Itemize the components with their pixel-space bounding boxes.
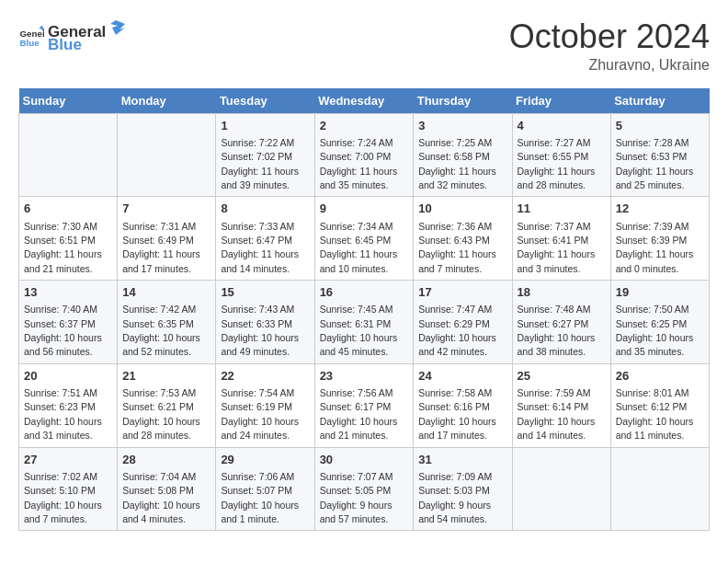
sunrise-text: Sunrise: 7:40 AM bbox=[24, 304, 97, 315]
calendar-cell bbox=[19, 113, 118, 197]
day-number: 4 bbox=[518, 118, 606, 134]
weekday-header-wednesday: Wednesday bbox=[314, 88, 414, 114]
sunrise-text: Sunrise: 7:25 AM bbox=[418, 137, 492, 148]
day-number: 31 bbox=[418, 452, 506, 468]
daylight-text: Daylight: 11 hours and 32 minutes. bbox=[418, 166, 496, 190]
day-number: 8 bbox=[221, 201, 309, 217]
daylight-text: Daylight: 11 hours and 39 minutes. bbox=[221, 166, 299, 190]
day-number: 19 bbox=[616, 284, 704, 301]
day-number: 3 bbox=[418, 118, 506, 134]
sunrise-text: Sunrise: 7:07 AM bbox=[320, 471, 393, 482]
day-number: 5 bbox=[616, 118, 704, 134]
sunrise-text: Sunrise: 7:54 AM bbox=[221, 387, 294, 398]
calendar-cell: 10Sunrise: 7:36 AMSunset: 6:43 PMDayligh… bbox=[414, 197, 512, 281]
calendar-cell: 1Sunrise: 7:22 AMSunset: 7:02 PMDaylight… bbox=[216, 113, 314, 197]
sunset-text: Sunset: 6:16 PM bbox=[418, 401, 490, 412]
calendar-cell: 20Sunrise: 7:51 AMSunset: 6:23 PMDayligh… bbox=[19, 363, 118, 447]
title-block: October 2024 Zhuravno, Ukraine bbox=[509, 18, 710, 74]
daylight-text: Daylight: 10 hours and 56 minutes. bbox=[24, 332, 102, 357]
calendar-week-row: 6Sunrise: 7:30 AMSunset: 6:51 PMDaylight… bbox=[19, 197, 710, 281]
logo-icon: General Blue bbox=[18, 24, 44, 50]
daylight-text: Daylight: 10 hours and 17 minutes. bbox=[418, 416, 496, 441]
daylight-text: Daylight: 11 hours and 10 minutes. bbox=[320, 248, 398, 273]
day-number: 1 bbox=[221, 118, 309, 134]
calendar-cell: 18Sunrise: 7:48 AMSunset: 6:27 PMDayligh… bbox=[512, 281, 610, 364]
sunset-text: Sunset: 5:07 PM bbox=[221, 485, 292, 496]
sunset-text: Sunset: 6:43 PM bbox=[418, 235, 490, 246]
weekday-header-sunday: Sunday bbox=[19, 88, 118, 114]
daylight-text: Daylight: 11 hours and 28 minutes. bbox=[518, 166, 596, 190]
day-number: 11 bbox=[518, 201, 606, 217]
calendar-cell: 30Sunrise: 7:07 AMSunset: 5:05 PMDayligh… bbox=[314, 447, 414, 531]
calendar-cell: 5Sunrise: 7:28 AMSunset: 6:53 PMDaylight… bbox=[610, 113, 709, 197]
svg-marker-4 bbox=[110, 20, 125, 35]
daylight-text: Daylight: 11 hours and 35 minutes. bbox=[320, 166, 398, 190]
sunset-text: Sunset: 6:53 PM bbox=[616, 151, 688, 162]
calendar-cell: 21Sunrise: 7:53 AMSunset: 6:21 PMDayligh… bbox=[118, 363, 216, 447]
calendar-cell: 11Sunrise: 7:37 AMSunset: 6:41 PMDayligh… bbox=[512, 197, 610, 281]
sunset-text: Sunset: 6:29 PM bbox=[418, 318, 490, 329]
sunset-text: Sunset: 6:12 PM bbox=[616, 401, 688, 412]
sunrise-text: Sunrise: 7:39 AM bbox=[616, 221, 689, 232]
calendar-cell: 22Sunrise: 7:54 AMSunset: 6:19 PMDayligh… bbox=[216, 363, 314, 447]
daylight-text: Daylight: 10 hours and 45 minutes. bbox=[320, 332, 398, 357]
daylight-text: Daylight: 10 hours and 21 minutes. bbox=[320, 416, 398, 441]
calendar-cell: 14Sunrise: 7:42 AMSunset: 6:35 PMDayligh… bbox=[118, 281, 216, 364]
sunset-text: Sunset: 6:39 PM bbox=[616, 235, 688, 246]
weekday-header-row: SundayMondayTuesdayWednesdayThursdayFrid… bbox=[19, 88, 710, 114]
daylight-text: Daylight: 10 hours and 28 minutes. bbox=[122, 416, 200, 441]
daylight-text: Daylight: 11 hours and 7 minutes. bbox=[418, 248, 496, 273]
calendar-cell: 25Sunrise: 7:59 AMSunset: 6:14 PMDayligh… bbox=[512, 363, 610, 447]
sunset-text: Sunset: 6:51 PM bbox=[24, 235, 96, 246]
svg-text:Blue: Blue bbox=[19, 37, 40, 47]
svg-marker-2 bbox=[39, 25, 44, 29]
sunrise-text: Sunrise: 7:53 AM bbox=[122, 387, 196, 398]
weekday-header-thursday: Thursday bbox=[414, 88, 512, 114]
sunrise-text: Sunrise: 7:59 AM bbox=[518, 387, 591, 398]
daylight-text: Daylight: 11 hours and 14 minutes. bbox=[221, 248, 299, 273]
sunrise-text: Sunrise: 7:51 AM bbox=[24, 387, 97, 398]
weekday-header-monday: Monday bbox=[118, 88, 216, 114]
calendar-cell: 9Sunrise: 7:34 AMSunset: 6:45 PMDaylight… bbox=[314, 197, 414, 281]
day-number: 21 bbox=[122, 368, 210, 385]
calendar-cell: 31Sunrise: 7:09 AMSunset: 5:03 PMDayligh… bbox=[414, 447, 512, 531]
sunset-text: Sunset: 7:02 PM bbox=[221, 151, 292, 162]
sunset-text: Sunset: 7:00 PM bbox=[320, 151, 392, 162]
day-number: 16 bbox=[320, 284, 409, 301]
sunset-text: Sunset: 6:19 PM bbox=[221, 401, 292, 412]
sunrise-text: Sunrise: 7:34 AM bbox=[320, 221, 393, 232]
day-number: 17 bbox=[418, 284, 506, 301]
sunrise-text: Sunrise: 7:50 AM bbox=[616, 304, 689, 315]
sunrise-text: Sunrise: 7:31 AM bbox=[122, 221, 196, 232]
daylight-text: Daylight: 10 hours and 4 minutes. bbox=[122, 500, 200, 524]
calendar-cell: 6Sunrise: 7:30 AMSunset: 6:51 PMDaylight… bbox=[19, 197, 118, 281]
calendar-cell: 12Sunrise: 7:39 AMSunset: 6:39 PMDayligh… bbox=[610, 197, 709, 281]
day-number: 18 bbox=[518, 284, 606, 301]
daylight-text: Daylight: 11 hours and 21 minutes. bbox=[24, 248, 102, 273]
sunrise-text: Sunrise: 7:06 AM bbox=[221, 471, 294, 482]
calendar-cell: 19Sunrise: 7:50 AMSunset: 6:25 PMDayligh… bbox=[610, 281, 709, 364]
daylight-text: Daylight: 10 hours and 31 minutes. bbox=[24, 416, 102, 441]
sunset-text: Sunset: 6:27 PM bbox=[518, 318, 589, 329]
sunset-text: Sunset: 6:49 PM bbox=[122, 235, 194, 246]
sunset-text: Sunset: 6:58 PM bbox=[418, 151, 490, 162]
daylight-text: Daylight: 10 hours and 7 minutes. bbox=[24, 500, 102, 524]
sunset-text: Sunset: 6:35 PM bbox=[122, 318, 194, 329]
logo: General Blue General Blue bbox=[18, 18, 126, 54]
sunset-text: Sunset: 6:37 PM bbox=[24, 318, 96, 329]
sunrise-text: Sunrise: 7:02 AM bbox=[24, 471, 97, 482]
day-number: 29 bbox=[221, 452, 309, 468]
sunset-text: Sunset: 6:31 PM bbox=[320, 318, 392, 329]
sunrise-text: Sunrise: 7:04 AM bbox=[122, 471, 196, 482]
daylight-text: Daylight: 10 hours and 49 minutes. bbox=[221, 332, 299, 357]
day-number: 25 bbox=[518, 368, 606, 385]
sunset-text: Sunset: 6:47 PM bbox=[221, 235, 292, 246]
page-header: General Blue General Blue October 2024 Z… bbox=[18, 18, 710, 74]
sunrise-text: Sunrise: 7:30 AM bbox=[24, 221, 97, 232]
daylight-text: Daylight: 11 hours and 3 minutes. bbox=[518, 248, 596, 273]
calendar-week-row: 20Sunrise: 7:51 AMSunset: 6:23 PMDayligh… bbox=[19, 363, 710, 447]
day-number: 15 bbox=[221, 284, 309, 301]
sunrise-text: Sunrise: 7:47 AM bbox=[418, 304, 492, 315]
daylight-text: Daylight: 10 hours and 24 minutes. bbox=[221, 416, 299, 441]
day-number: 10 bbox=[418, 201, 506, 217]
